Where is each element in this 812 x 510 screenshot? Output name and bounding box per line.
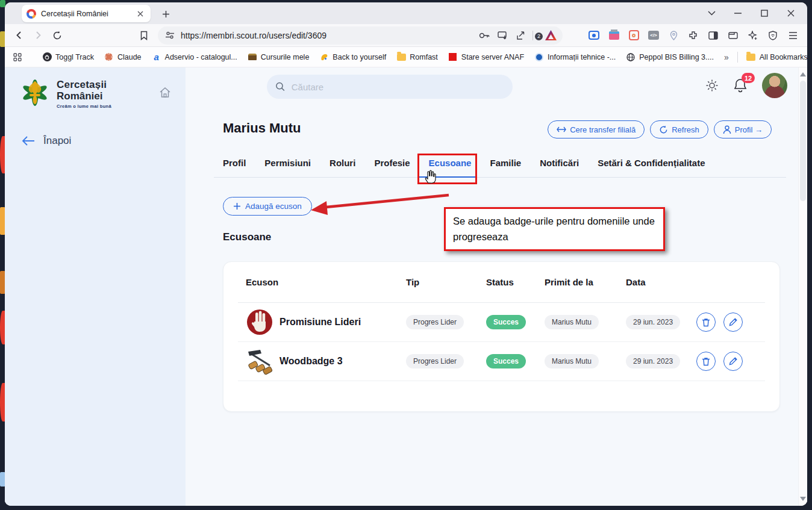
url-text[interactable]: https://membri.scout.ro/users/edit/3609 — [181, 31, 473, 40]
browser-tab[interactable]: Cercetașii României — [22, 5, 151, 22]
search-icon — [275, 81, 286, 92]
share-icon[interactable] — [514, 30, 526, 42]
refresh-button[interactable]: Refresh — [650, 120, 708, 138]
annotation-note: Se adauga badge-urile pentru domeniile u… — [444, 207, 665, 251]
new-tab-button[interactable] — [159, 7, 172, 20]
vpn-shield-icon[interactable] — [767, 30, 779, 42]
adservio-icon: a — [152, 52, 161, 62]
wallet-icon[interactable] — [727, 30, 739, 42]
tab-list-chevron-icon[interactable] — [706, 8, 717, 19]
browser-toolbar: https://membri.scout.ro/users/edit/3609 … — [5, 24, 807, 47]
browser-tab-title: Cercetașii României — [41, 10, 130, 18]
badge-image-promisiune — [246, 308, 273, 336]
status-badge: Succes — [486, 354, 526, 369]
add-badge-button[interactable]: Adaugă ecuson — [223, 197, 312, 216]
site-permissions-icon[interactable] — [164, 30, 176, 42]
brave-triangle-icon[interactable] — [545, 30, 557, 40]
all-bookmarks-button[interactable]: All Bookmarks — [746, 52, 807, 62]
delete-badge-button[interactable] — [696, 313, 716, 332]
media-indicator-icon[interactable] — [588, 30, 600, 42]
tab-setari[interactable]: Setări & Confidențialitate — [598, 158, 705, 176]
code-extension-icon[interactable]: </> — [648, 30, 660, 42]
trash-icon — [702, 318, 710, 327]
column-header-status: Status — [478, 277, 537, 287]
badge-image-woodbadge — [246, 347, 273, 375]
tab-profil[interactable]: Profil — [223, 158, 246, 176]
search-bar[interactable] — [267, 75, 513, 99]
toggl-icon — [42, 52, 52, 62]
forward-icon[interactable] — [29, 27, 47, 44]
date-pill: 29 iun. 2023 — [626, 354, 680, 369]
print-extension-icon[interactable] — [608, 30, 620, 42]
home-icon[interactable] — [159, 87, 171, 98]
ai-sparkle-icon[interactable] — [747, 30, 759, 42]
url-bar-icons: 2 — [478, 30, 557, 42]
save-page-icon[interactable] — [496, 30, 508, 42]
edit-badge-button[interactable] — [723, 352, 743, 371]
tab-close-icon[interactable] — [135, 8, 146, 19]
status-badge: Succes — [486, 315, 526, 329]
bookmark-item-cursurile[interactable]: Cursurile mele — [248, 52, 310, 62]
search-input[interactable] — [292, 82, 504, 92]
delete-badge-button[interactable] — [696, 352, 716, 371]
badge-type-pill: Progres Lider — [406, 354, 464, 369]
reload-icon[interactable] — [48, 27, 66, 44]
column-header-ecuson: Ecuson — [238, 277, 398, 287]
user-avatar[interactable] — [762, 73, 787, 98]
location-pin-icon[interactable] — [667, 30, 679, 42]
url-bar[interactable]: https://membri.scout.ro/users/edit/3609 … — [158, 26, 563, 45]
desktop-background-bottom — [0, 505, 812, 510]
tab-familie[interactable]: Familie — [490, 158, 521, 176]
pencil-icon — [729, 318, 737, 326]
back-icon[interactable] — [10, 27, 28, 44]
bookmark-item-toggl[interactable]: Toggl Track — [42, 52, 94, 62]
tab-notificari[interactable]: Notificări — [540, 158, 579, 176]
divider — [532, 31, 533, 40]
tab-permisiuni[interactable]: Permisiuni — [264, 158, 311, 176]
apps-grid-icon[interactable] — [13, 51, 22, 63]
maximize-button[interactable] — [759, 8, 770, 19]
tab-roluri[interactable]: Roluri — [329, 158, 355, 176]
main-content: 12 Marius Mutu Cere transfer filială Ref… — [186, 67, 798, 506]
back-link[interactable]: Înapoi — [22, 135, 172, 147]
swoosh-icon — [319, 52, 329, 62]
theme-toggle-icon[interactable] — [705, 79, 719, 92]
bookmark-item-anaf[interactable]: Stare server ANAF — [448, 52, 524, 62]
close-window-button[interactable] — [785, 8, 796, 19]
bookmark-item-backtoyourself[interactable]: Back to yourself — [319, 52, 386, 62]
extensions-puzzle-icon[interactable] — [687, 30, 699, 42]
page-scrollbar[interactable] — [798, 67, 807, 506]
bookmark-item-peppol[interactable]: Peppol BIS Billing 3.... — [626, 52, 714, 62]
app-logo[interactable]: Cercetașii României Creăm o lume mai bun… — [19, 76, 172, 110]
bookmark-flag-icon[interactable] — [135, 27, 153, 44]
bookmarks-overflow-chevron[interactable]: » — [724, 52, 729, 62]
minimize-button[interactable] — [732, 8, 743, 19]
page-title: Marius Mutu — [223, 120, 301, 136]
badge-name: Woodbadge 3 — [280, 356, 343, 367]
bookmark-item-adservio[interactable]: a Adservio - catalogul... — [152, 52, 237, 62]
scrollbar-thumb[interactable] — [800, 81, 806, 201]
tab-profesie[interactable]: Profesie — [374, 158, 410, 176]
menu-icon[interactable] — [787, 30, 799, 42]
scout-fleur-icon — [19, 76, 51, 110]
folder-icon — [746, 52, 756, 62]
search-extension-icon[interactable] — [628, 30, 640, 42]
notifications-bell[interactable]: 12 — [733, 78, 748, 93]
password-key-icon[interactable] — [478, 30, 490, 42]
bookmark-item-informatii[interactable]: Informații tehnice -... — [534, 52, 616, 62]
edit-badge-button[interactable] — [723, 313, 743, 332]
window-controls — [706, 2, 804, 24]
sidebar-toggle-icon[interactable] — [707, 30, 719, 42]
red-square-icon — [448, 52, 458, 62]
bookmark-item-romfast[interactable]: Romfast — [396, 52, 438, 62]
bookmark-item-claude[interactable]: Claude — [104, 52, 142, 62]
browser-titlebar: Cercetașii României — [5, 2, 807, 24]
divider — [737, 52, 738, 63]
gov-circle-icon — [534, 52, 544, 62]
scroll-down-arrow[interactable] — [800, 497, 806, 501]
profile-link-button[interactable]: Profil → — [714, 120, 772, 138]
transfer-branch-button[interactable]: Cere transfer filială — [548, 120, 645, 138]
plus-icon — [233, 202, 241, 210]
person-icon — [723, 125, 731, 134]
scroll-up-arrow[interactable] — [800, 72, 806, 76]
